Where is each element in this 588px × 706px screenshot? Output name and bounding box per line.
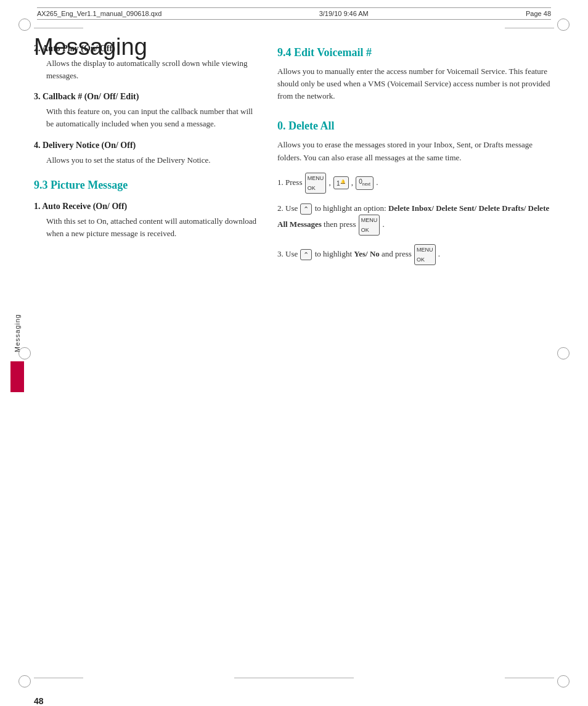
reg-mark-mr [557,347,570,359]
top-right-divider [505,28,554,28]
section-9-4-heading: 9.4 Edit Voicemail # [277,46,554,59]
header-right: Page 48 [526,10,551,17]
nav-icon-2: ⌃ [300,203,312,215]
key-1: 1🔔 [333,176,349,189]
item-3-body: With this feature on, you can input the … [46,105,262,130]
section-9-4-body: Allows you to manually enter the access … [277,65,554,102]
key-0next: 0next [356,176,374,190]
item-4-heading: 4. Delivery Notice (On/ Off) [34,141,262,150]
section-9-3-heading: 9.3 Picture Message [34,179,262,192]
bottom-right-divider [505,678,554,678]
reg-mark-tr [557,18,570,31]
bottom-divider [234,678,354,678]
item-3-heading: 3. Callback # (On/ Off/ Edit) [34,92,262,102]
header-center: 3/19/10 9:46 AM [319,10,369,17]
header-left: AX265_Eng_Ver1.1_manual_090618.qxd [37,10,161,17]
key-menu-ok-1: MENUOK [305,173,327,194]
section-9-3-item-1-body: With this set to On, attached content wi… [46,215,262,240]
item-2-body: Allows the display to automatically scro… [46,57,262,82]
key-menu-ok-3: MENUOK [414,244,436,265]
page-number: 48 [34,696,44,706]
section-0-heading: 0. Delete All [277,120,554,133]
left-column: 2. Auto Play (On/ Off) Allows the displa… [34,34,262,240]
item-4-body: Allows you to set the status of the Deli… [46,154,262,166]
nav-icon-3: ⌃ [300,249,312,260]
step-2: 2. Use ⌃ to highlight an option: Delete … [277,202,554,236]
sidebar: Messaging [0,0,34,706]
main-content: Messaging 2. Auto Play (On/ Off) Allows … [34,34,554,672]
right-column: 9.4 Edit Voicemail # Allows you to manua… [277,34,554,274]
reg-mark-br [557,675,570,688]
sidebar-label: Messaging [14,314,21,352]
top-left-divider [34,28,83,28]
item-2-heading: 2. Auto Play (On/ Off) [34,44,262,54]
step-1: 1. Press MENUOK , 1🔔 , 0next . [277,173,554,194]
bottom-left-divider [34,678,83,678]
header-bar: AX265_Eng_Ver1.1_manual_090618.qxd 3/19/… [37,7,551,20]
key-menu-ok-2: MENUOK [359,215,380,236]
section-9-3-item-1-heading: 1. Auto Receive (On/ Off) [34,202,262,211]
sidebar-accent-block [10,361,24,392]
step-3: 3. Use ⌃ to highlight Yes/ No and press … [277,244,554,265]
section-0-intro: Allows you to erase the messages stored … [277,139,554,163]
